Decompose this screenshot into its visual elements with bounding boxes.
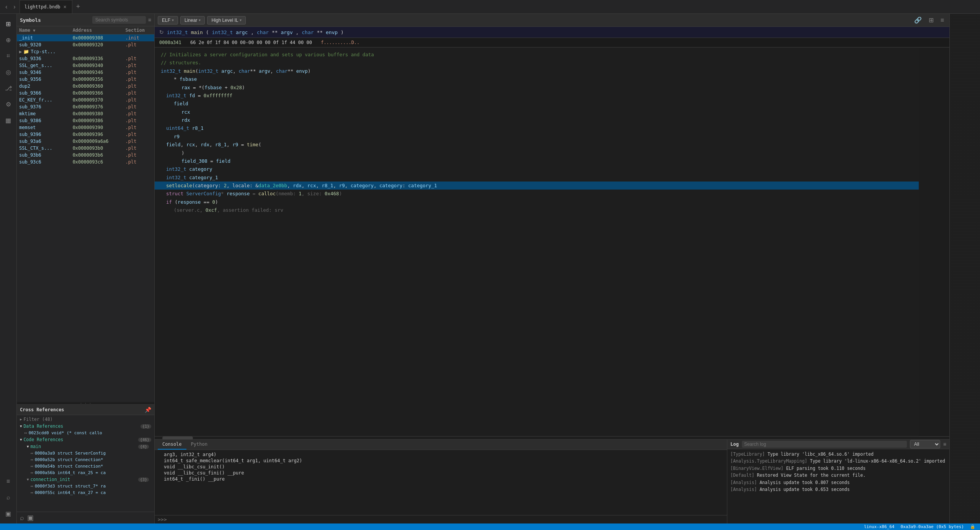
log-filter-select[interactable]: All Info Warning Error	[910, 440, 940, 448]
xref-main-entry-1[interactable]: ↤0000a52b struct Connection*	[17, 456, 154, 463]
arrow-icon-3: ↤	[31, 470, 33, 475]
table-row[interactable]: sub_93860x000009386.plt	[17, 117, 154, 124]
code-content[interactable]: // Initializes a server configuration an…	[155, 47, 919, 436]
left-terminal-button[interactable]: ▣	[27, 514, 34, 522]
hlil-label: High Level IL	[211, 18, 238, 23]
symbol-address-cell: 0x0000093b6	[70, 152, 123, 159]
horizontal-scroll-thumb[interactable]	[162, 437, 193, 439]
search-symbols-input[interactable]	[92, 16, 146, 24]
hex-bytes: 66 2e 0f 1f 84 00 00-00 00 00 0f 1f 44 0…	[190, 40, 312, 45]
forward-button[interactable]: ›	[11, 2, 18, 12]
grid2-icon-button[interactable]: ▦	[2, 113, 15, 127]
code-line-time-close: )	[155, 149, 919, 157]
xref-main-entry-0[interactable]: ↤0000a3a9 struct ServerConfig	[17, 450, 154, 456]
back-button[interactable]: ‹	[3, 2, 10, 12]
xref-conn-entry-1[interactable]: ↤0000f55c int64_t rax_27 = ca	[17, 489, 154, 496]
code-minimap[interactable]	[919, 47, 949, 436]
gear-icon-button[interactable]: ⚙	[2, 97, 15, 111]
search-bottom-icon-button[interactable]: ⌕	[2, 491, 15, 504]
table-row[interactable]: SSL_CTX_s...0x0000093b0.plt	[17, 145, 154, 152]
code-line-setlocale[interactable]: setlocale (category: 2 , locale: & data_…	[155, 182, 919, 190]
xref-pin-button[interactable]: 📌	[145, 407, 151, 413]
log-entry-3: [Default] Restored View State for the cu…	[730, 472, 946, 479]
table-row[interactable]: mktime0x000009380.plt	[17, 110, 154, 117]
tab-add-button[interactable]: +	[74, 3, 83, 11]
table-row[interactable]: sub_93360x000009336.plt	[17, 55, 154, 62]
xref-connection-item[interactable]: ▼ connection_init {3}	[17, 476, 154, 483]
branch-icon-button[interactable]: ⎇	[2, 81, 15, 95]
table-row[interactable]: EC_KEY_fr...0x000009370.plt	[17, 97, 154, 103]
xref-content[interactable]: ▶ Filter (48) ▼ Data References {1} ↦002…	[17, 415, 154, 512]
toolbar-menu-button[interactable]: ≡	[938, 16, 946, 25]
linear-button[interactable]: Linear ▾	[180, 16, 205, 25]
table-row[interactable]: memset0x000009390.plt	[17, 124, 154, 131]
symbols-menu-button[interactable]: ≡	[148, 17, 151, 23]
tag-icon-button[interactable]: ⌗	[2, 49, 15, 63]
xref-filter[interactable]: ▶ Filter (48)	[17, 416, 154, 423]
hlil-button[interactable]: High Level IL ▾	[207, 16, 246, 25]
table-row[interactable]: ▶📁Tcp-st...	[17, 48, 154, 55]
console-input[interactable]	[169, 517, 724, 522]
hex-address: 0000a341	[159, 40, 181, 45]
symbols-table-container[interactable]: Name ▼ Address Section _init0x000009308.…	[17, 26, 154, 402]
location-icon-button[interactable]: ◎	[2, 65, 15, 79]
table-row[interactable]: sub_93660x000009366.plt	[17, 90, 154, 97]
console-line-0: arg3, int32_t arg4)	[158, 451, 724, 458]
console-line-3: void __libc_csu_fini() __pure	[158, 470, 724, 476]
comma2: ,	[296, 29, 302, 35]
table-row[interactable]: sub_93b60x0000093b6.plt	[17, 152, 154, 159]
arrow-icon-c1: ↤	[31, 490, 33, 495]
func-params: (	[206, 29, 209, 35]
terminal-icon-button[interactable]: ▣	[2, 507, 15, 520]
tab-label: lighttpd.bndb	[24, 4, 60, 10]
symbol-address-cell: 0x000009366	[70, 90, 123, 97]
tab-item[interactable]: lighttpd.bndb ×	[20, 0, 72, 13]
table-row[interactable]: sub_93a60x0000009a6a6.plt	[17, 138, 154, 145]
search-icon-button[interactable]: ⊕	[2, 33, 15, 47]
table-row[interactable]: _init0x000009308.init	[17, 34, 154, 42]
table-row[interactable]: sub_93200x000009320.plt	[17, 41, 154, 48]
python-tab[interactable]: Python	[186, 440, 212, 450]
table-row[interactable]: SSL_get_s...0x000009340.plt	[17, 62, 154, 69]
console-content[interactable]: arg3, int32_t arg4) int64_t safe_memclea…	[155, 450, 727, 515]
xref-conn-entry-0[interactable]: ↤0000f3d3 struct struct_7* ra	[17, 483, 154, 489]
log-search-input[interactable]	[742, 441, 907, 448]
symbol-name-cell: _init	[17, 34, 70, 42]
log-tag-2: [BinaryView.ElfView]	[730, 466, 786, 471]
main-label: main	[30, 444, 137, 449]
xref-main-item[interactable]: ▼ main {4}	[17, 443, 154, 450]
code-line-fsbase: * fsbase	[155, 75, 919, 83]
xref-title: Cross References	[20, 407, 142, 412]
col-section[interactable]: Section	[123, 26, 154, 34]
xref-data-entry-0[interactable]: ↦0023cdd0 void* (* const callo	[17, 430, 154, 436]
layout-icon-button[interactable]: ⊞	[926, 15, 936, 25]
grid-icon-button[interactable]: ⊞	[2, 17, 15, 31]
left-search-button[interactable]: ⌕	[20, 514, 24, 522]
elf-button[interactable]: ELF ▾	[158, 16, 178, 25]
table-row[interactable]: sub_93960x000009396.plt	[17, 131, 154, 138]
xref-data-references[interactable]: ▼ Data References {1}	[17, 423, 154, 430]
table-row[interactable]: dup20x000009360.plt	[17, 83, 154, 90]
table-row[interactable]: sub_93760x000009376.plt	[17, 103, 154, 110]
col-name[interactable]: Name ▼	[17, 26, 70, 34]
console-tab[interactable]: Console	[158, 440, 186, 450]
table-row[interactable]: sub_93560x000009356.plt	[17, 76, 154, 83]
log-tag-4: [Analysis]	[730, 480, 760, 485]
col-address[interactable]: Address	[70, 26, 123, 34]
table-row[interactable]: sub_93460x000009346.plt	[17, 69, 154, 76]
table-row[interactable]: sub_93c60x0000093c6.plt	[17, 159, 154, 165]
list-icon-button[interactable]: ≡	[2, 474, 15, 488]
symbol-section-cell: .init	[123, 34, 154, 42]
xref-code-references[interactable]: ▼ Code References {46}	[17, 436, 154, 443]
log-content[interactable]: [TypeLibrary] Type library 'libc_x86_64.…	[727, 449, 949, 523]
horizontal-scrollbar[interactable]	[155, 436, 949, 439]
log-menu-button[interactable]: ≡	[943, 441, 946, 447]
console-line-4: int64_t _fini() __pure	[158, 476, 724, 482]
xref-main-entry-3[interactable]: ↤0000a56b int64_t rax_25 = ca	[17, 469, 154, 476]
code-line-category1: int32_t category_1	[155, 173, 919, 182]
tab-close-button[interactable]: ×	[63, 4, 67, 10]
symbol-section-cell: .plt	[123, 110, 154, 117]
refresh-button[interactable]: ↻	[159, 29, 164, 35]
link-icon-button[interactable]: 🔗	[912, 15, 924, 25]
xref-main-entry-2[interactable]: ↤0000a54b struct Connection*	[17, 463, 154, 469]
